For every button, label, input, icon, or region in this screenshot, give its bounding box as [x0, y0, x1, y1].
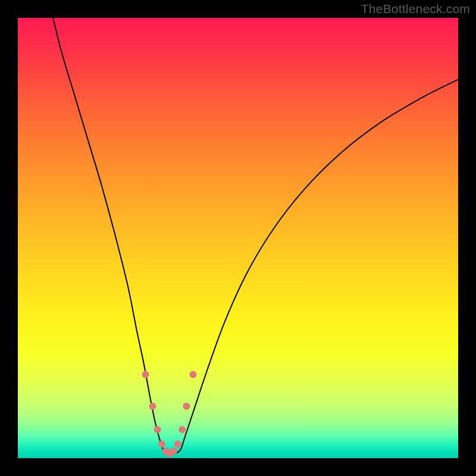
chart-frame: TheBottleneck.com — [0, 0, 476, 476]
curve-marker — [158, 440, 165, 447]
curve-marker — [178, 426, 186, 433]
bottleneck-curve — [53, 18, 458, 454]
curve-marker — [149, 403, 156, 410]
curve-markers — [142, 371, 197, 457]
curve-marker — [170, 447, 177, 455]
curve-marker — [154, 426, 161, 433]
plot-area — [18, 18, 458, 458]
curve-marker — [174, 440, 181, 447]
curve-marker — [142, 371, 149, 378]
curve-marker — [183, 403, 190, 410]
curve-marker — [190, 371, 197, 378]
curve-svg — [18, 18, 458, 458]
watermark-text: TheBottleneck.com — [361, 2, 470, 16]
